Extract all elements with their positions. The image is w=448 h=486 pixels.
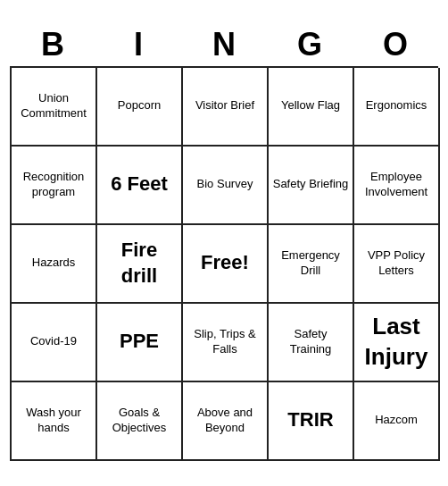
cell-18[interactable]: Safety Training <box>269 304 354 382</box>
letter-n: N <box>185 25 263 63</box>
cell-23[interactable]: TRIR <box>269 382 354 461</box>
cell-4[interactable]: Ergonomics <box>354 68 440 147</box>
cell-3[interactable]: Yellow Flag <box>269 68 354 147</box>
cell-1[interactable]: Popcorn <box>97 68 183 147</box>
cell-17[interactable]: Slip, Trips & Falls <box>183 304 269 382</box>
bingo-card: B I N G O Union CommitmentPopcornVisitor… <box>10 25 438 460</box>
cell-14[interactable]: VPP Policy Letters <box>354 225 440 304</box>
cell-22[interactable]: Above and Beyond <box>183 382 269 461</box>
cell-0[interactable]: Union Commitment <box>12 68 97 147</box>
letter-o: O <box>356 25 435 63</box>
cell-21[interactable]: Goals & Objectives <box>97 382 183 461</box>
bingo-grid: Union CommitmentPopcornVisitor BriefYell… <box>10 66 438 461</box>
bingo-header: B I N G O <box>10 25 438 63</box>
cell-24[interactable]: Hazcom <box>354 382 440 461</box>
cell-2[interactable]: Visitor Brief <box>183 68 269 147</box>
letter-i: I <box>99 25 178 63</box>
cell-20[interactable]: Wash your hands <box>12 382 97 461</box>
cell-16[interactable]: PPE <box>97 304 183 382</box>
cell-19[interactable]: Last Injury <box>354 304 440 382</box>
cell-8[interactable]: Safety Briefing <box>269 147 354 225</box>
cell-11[interactable]: Fire drill <box>97 225 183 304</box>
letter-g: G <box>270 25 349 63</box>
cell-9[interactable]: Employee Involvement <box>354 147 440 225</box>
letter-b: B <box>13 25 92 63</box>
cell-7[interactable]: Bio Survey <box>183 147 269 225</box>
cell-13[interactable]: Emergency Drill <box>269 225 354 304</box>
cell-12[interactable]: Free! <box>183 225 269 304</box>
cell-6[interactable]: 6 Feet <box>97 147 183 225</box>
cell-10[interactable]: Hazards <box>12 225 97 304</box>
cell-5[interactable]: Recognition program <box>12 147 97 225</box>
cell-15[interactable]: Covid-19 <box>12 304 97 382</box>
